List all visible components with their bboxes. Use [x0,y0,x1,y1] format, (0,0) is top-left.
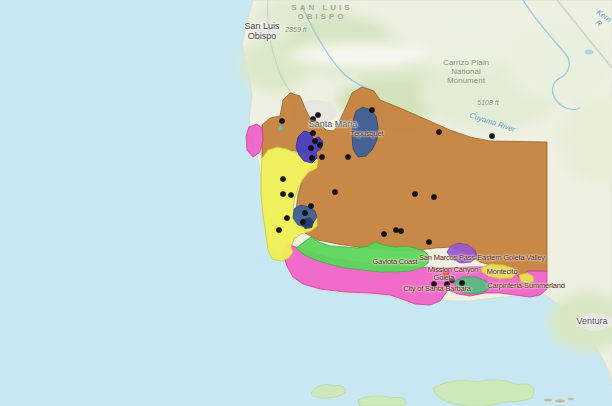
site-point[interactable] [393,227,398,232]
site-point[interactable] [302,210,307,215]
site-point[interactable] [369,107,374,112]
site-point[interactable] [310,116,315,121]
site-point[interactable] [276,227,281,232]
site-point[interactable] [315,112,320,117]
site-point[interactable] [309,155,314,160]
site-point[interactable] [412,191,417,196]
site-point[interactable] [332,189,337,194]
site-point[interactable] [308,145,313,150]
site-point[interactable] [317,142,322,147]
site-point[interactable] [489,133,494,138]
site-point[interactable] [431,194,436,199]
highlight-marker[interactable] [443,269,449,275]
map-canvas [0,0,612,406]
site-point[interactable] [444,281,449,286]
site-point[interactable] [280,176,285,181]
urban-ventura [577,313,612,331]
map-viewport[interactable]: SAN LUIS OBISPOSan Luis Obispo2859 ftCar… [0,0,612,406]
site-point[interactable] [279,118,284,123]
site-point[interactable] [459,280,464,285]
site-point[interactable] [319,154,324,159]
site-point[interactable] [288,192,293,197]
site-point[interactable] [300,219,305,224]
site-point[interactable] [398,228,403,233]
site-point[interactable] [280,191,285,196]
site-point[interactable] [381,231,386,236]
site-point[interactable] [284,215,289,220]
urban-san-luis-obispo [253,25,277,41]
site-point[interactable] [308,203,313,208]
site-point[interactable] [345,154,350,159]
site-point[interactable] [426,239,431,244]
site-point[interactable] [449,277,454,282]
site-point[interactable] [431,281,436,286]
site-point[interactable] [312,138,317,143]
small-lake [585,50,594,55]
site-point[interactable] [436,129,441,134]
site-point[interactable] [310,130,315,135]
twitchell-lake-dot [279,126,283,130]
